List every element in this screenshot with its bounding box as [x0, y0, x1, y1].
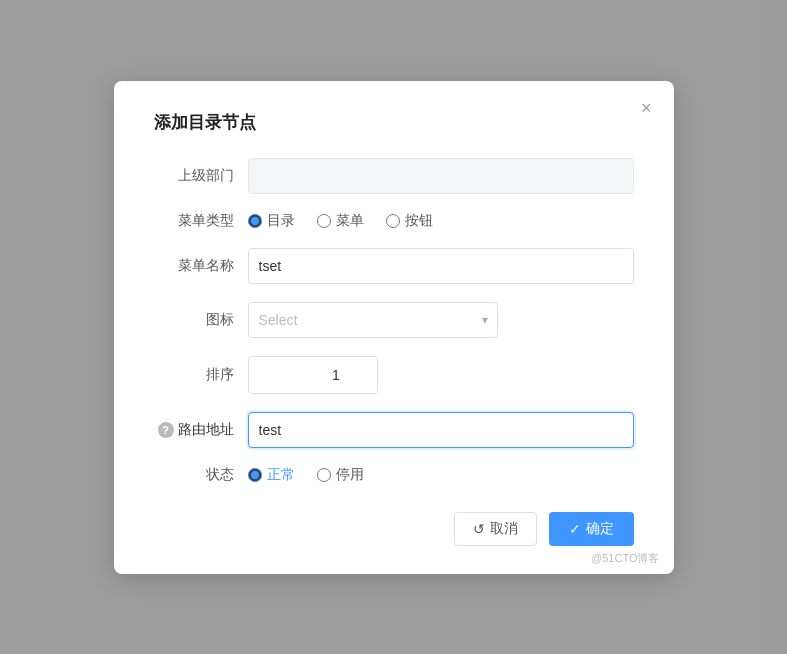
close-button[interactable]: × [641, 99, 652, 117]
sort-input-wrapper: ▲ ▼ [248, 356, 378, 394]
route-label: 路由地址 [178, 421, 234, 439]
menu-name-label: 菜单名称 [154, 257, 234, 275]
menu-type-row: 菜单类型 目录 菜单 按钮 [154, 212, 634, 230]
icon-field: Select ▾ [248, 302, 634, 338]
radio-menu[interactable] [317, 214, 331, 228]
status-row: 状态 正常 停用 [154, 466, 634, 484]
icon-select-wrapper: Select ▾ [248, 302, 498, 338]
dialog: 添加目录节点 × 上级部门 菜单类型 目录 菜单 [114, 81, 674, 574]
radio-status-disabled[interactable] [317, 468, 331, 482]
radio-item-button[interactable]: 按钮 [386, 212, 433, 230]
status-disabled-label: 停用 [336, 466, 364, 484]
sort-input[interactable] [249, 357, 378, 393]
sort-row: 排序 ▲ ▼ [154, 356, 634, 394]
radio-menu-label: 菜单 [336, 212, 364, 230]
radio-directory-label: 目录 [267, 212, 295, 230]
help-icon[interactable]: ? [158, 422, 174, 438]
overlay: 添加目录节点 × 上级部门 菜单类型 目录 菜单 [0, 0, 787, 654]
upper-dept-input[interactable] [248, 158, 634, 194]
status-radio-disabled[interactable]: 停用 [317, 466, 364, 484]
status-radio-normal[interactable]: 正常 [248, 466, 295, 484]
cancel-button[interactable]: ↺ 取消 [454, 512, 537, 546]
menu-name-field [248, 248, 634, 284]
upper-dept-field [248, 158, 634, 194]
watermark: @51CTO博客 [591, 551, 659, 566]
menu-name-row: 菜单名称 [154, 248, 634, 284]
route-input[interactable] [248, 412, 634, 448]
status-options: 正常 停用 [248, 466, 634, 484]
route-label-wrapper: ? 路由地址 [154, 421, 234, 439]
radio-directory[interactable] [248, 214, 262, 228]
radio-item-directory[interactable]: 目录 [248, 212, 295, 230]
cancel-label: 取消 [490, 520, 518, 538]
dialog-footer: ↺ 取消 ✓ 确定 [154, 512, 634, 546]
radio-status-normal[interactable] [248, 468, 262, 482]
status-normal-label: 正常 [267, 466, 295, 484]
menu-name-input[interactable] [248, 248, 634, 284]
icon-select[interactable]: Select [248, 302, 498, 338]
menu-type-options: 目录 菜单 按钮 [248, 212, 634, 230]
icon-label: 图标 [154, 311, 234, 329]
sort-label: 排序 [154, 366, 234, 384]
route-field [248, 412, 634, 448]
confirm-label: 确定 [586, 520, 614, 538]
menu-type-label: 菜单类型 [154, 212, 234, 230]
confirm-button[interactable]: ✓ 确定 [549, 512, 634, 546]
confirm-icon: ✓ [569, 521, 581, 537]
route-row: ? 路由地址 [154, 412, 634, 448]
dialog-title: 添加目录节点 [154, 111, 634, 134]
sort-field: ▲ ▼ [248, 356, 634, 394]
icon-row: 图标 Select ▾ [154, 302, 634, 338]
upper-dept-row: 上级部门 [154, 158, 634, 194]
cancel-icon: ↺ [473, 521, 485, 537]
upper-dept-label: 上级部门 [154, 167, 234, 185]
radio-button-label: 按钮 [405, 212, 433, 230]
radio-item-menu[interactable]: 菜单 [317, 212, 364, 230]
radio-button[interactable] [386, 214, 400, 228]
status-label: 状态 [154, 466, 234, 484]
